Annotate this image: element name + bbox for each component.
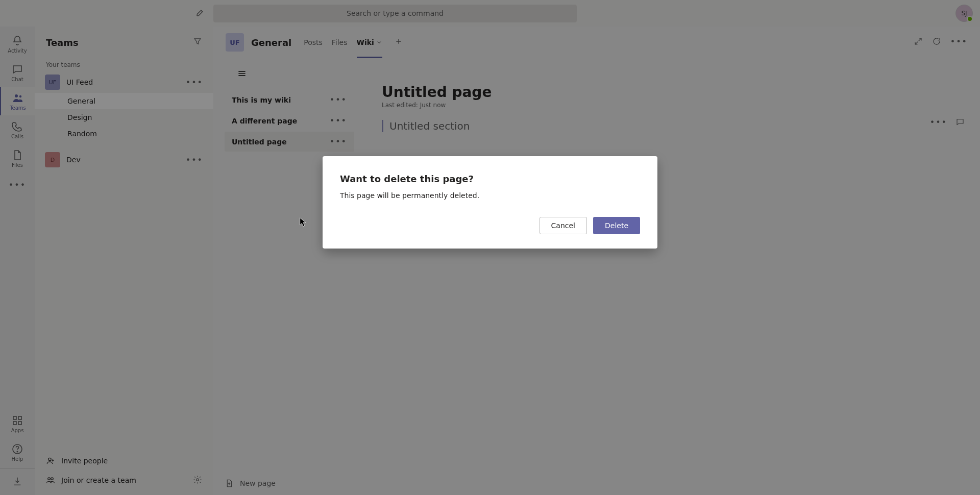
modal-overlay[interactable]: Want to delete this page? This page will… [0, 0, 980, 495]
dialog-title: Want to delete this page? [340, 174, 640, 184]
cancel-button[interactable]: Cancel [540, 217, 587, 234]
dialog-buttons: Cancel Delete [340, 217, 640, 234]
delete-page-dialog: Want to delete this page? This page will… [323, 156, 657, 249]
delete-button[interactable]: Delete [593, 217, 640, 234]
dialog-body: This page will be permanently deleted. [340, 191, 640, 200]
